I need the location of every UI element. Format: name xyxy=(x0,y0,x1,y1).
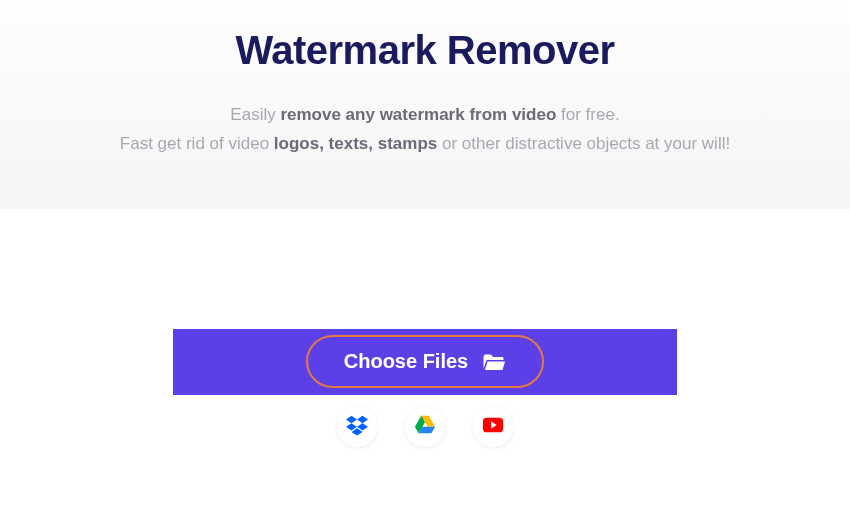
upload-bar: Choose Files xyxy=(173,329,677,395)
subtitle-line-2: Fast get rid of video logos, texts, stam… xyxy=(0,130,850,159)
youtube-source-button[interactable] xyxy=(473,407,513,447)
cloud-sources xyxy=(0,407,850,447)
choose-files-button[interactable]: Choose Files xyxy=(306,335,544,388)
youtube-icon xyxy=(482,414,504,440)
google-drive-source-button[interactable] xyxy=(405,407,445,447)
dropbox-source-button[interactable] xyxy=(337,407,377,447)
upload-section: Choose Files xyxy=(0,209,850,447)
subtitle-line-2-pre: Fast get rid of video xyxy=(120,134,274,153)
subtitle-line-1-pre: Easily xyxy=(230,105,280,124)
page-title: Watermark Remover xyxy=(0,28,850,73)
folder-open-icon xyxy=(482,352,506,372)
subtitle-line-1-post: for free. xyxy=(556,105,619,124)
subtitle-line-2-post: or other distractive objects at your wil… xyxy=(437,134,730,153)
choose-files-label: Choose Files xyxy=(344,350,468,373)
subtitle-line-2-bold: logos, texts, stamps xyxy=(274,134,437,153)
subtitle-line-1: Easily remove any watermark from video f… xyxy=(0,101,850,130)
hero-section: Watermark Remover Easily remove any wate… xyxy=(0,0,850,209)
subtitle-line-1-bold: remove any watermark from video xyxy=(280,105,556,124)
dropbox-icon xyxy=(346,414,368,440)
google-drive-icon xyxy=(414,414,436,440)
